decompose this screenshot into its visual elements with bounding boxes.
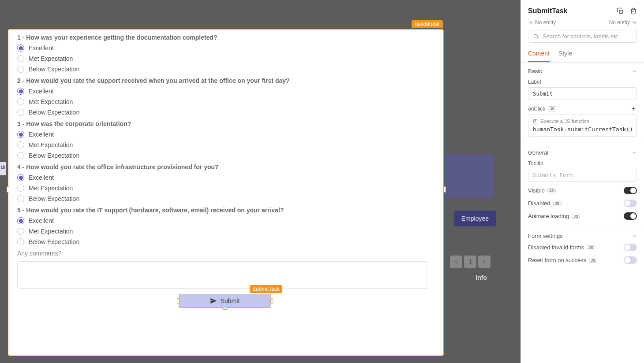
resize-handle-right[interactable] (270, 298, 273, 304)
tooltip-field-label: Tooltip (528, 160, 637, 167)
radio-icon (17, 195, 24, 202)
search-input[interactable] (543, 33, 632, 40)
radio-option[interactable]: Met Expectation (17, 55, 434, 62)
bg-left-fragment: di (0, 162, 6, 175)
js-badge[interactable]: JS (587, 245, 595, 250)
radio-label: Met Expectation (29, 55, 73, 62)
tab-style[interactable]: Style (558, 47, 572, 62)
radio-option[interactable]: Below Expectation (17, 109, 434, 116)
tab-content[interactable]: Content (528, 47, 550, 62)
bg-employee-button: Employee (454, 211, 496, 226)
radio-icon (17, 98, 24, 105)
panel-tabs: Content Style (521, 47, 644, 63)
visible-toggle[interactable] (624, 187, 637, 194)
animate-toggle[interactable] (624, 212, 637, 220)
trash-icon[interactable] (630, 7, 637, 15)
entity-row: No entity No entity (521, 19, 644, 30)
radio-option[interactable]: Met Expectation (17, 141, 434, 148)
chevron-up-icon (632, 150, 637, 156)
entity-left-link[interactable]: No entity (528, 19, 556, 26)
js-badge[interactable]: JS (548, 106, 556, 111)
radio-option[interactable]: Excellent (17, 174, 434, 181)
radio-option[interactable]: Below Expectation (17, 195, 434, 202)
submit-button-label: Submit (221, 297, 240, 304)
resize-handle-bottom[interactable] (222, 307, 228, 310)
search-icon (533, 33, 539, 40)
bg-card (446, 154, 494, 198)
resize-handle-left[interactable] (177, 298, 180, 304)
label-field-label: Label (528, 79, 637, 85)
action-code: humanTask.submitCurrentTask() (533, 126, 632, 133)
section-form-settings: Form settings Disabled invalid forms JS … (521, 227, 644, 271)
radio-icon (17, 55, 24, 62)
radio-option[interactable]: Below Expectation (17, 238, 434, 245)
radio-icon (17, 109, 24, 116)
radio-label: Excellent (29, 131, 54, 138)
copy-icon[interactable] (617, 7, 624, 15)
question-block: 5 - How would you rate the IT support (h… (17, 207, 434, 245)
comments-input[interactable] (17, 261, 427, 289)
radio-icon (17, 141, 24, 148)
disabled-toggle[interactable] (624, 200, 637, 207)
modal-resize-right[interactable] (443, 186, 446, 193)
radio-icon (17, 174, 24, 181)
chevron-up-icon (632, 233, 637, 239)
add-action-button[interactable]: + (630, 105, 637, 112)
bg-page-number: 1 (464, 256, 476, 268)
function-icon (533, 119, 538, 124)
radio-option[interactable]: Excellent (17, 217, 434, 224)
reset-form-label: Reset form on success JS (528, 257, 597, 263)
radio-icon (17, 238, 24, 245)
reset-form-toggle[interactable] (624, 256, 637, 264)
radio-option[interactable]: Met Expectation (17, 228, 434, 235)
bg-info-column: Info (476, 274, 487, 281)
radio-option[interactable]: Excellent (17, 131, 434, 138)
radio-label: Met Expectation (29, 141, 73, 148)
radio-option[interactable]: Below Expectation (17, 152, 434, 159)
invalid-forms-toggle[interactable] (624, 244, 637, 251)
section-general-header[interactable]: General (528, 149, 637, 156)
js-badge[interactable]: JS (589, 258, 597, 263)
label-input[interactable] (528, 87, 637, 100)
task-modal[interactable]: taskModal 1 - How was your experience ge… (8, 21, 445, 358)
radio-option[interactable]: Met Expectation (17, 185, 434, 192)
radio-option[interactable]: Met Expectation (17, 98, 434, 105)
chevron-up-icon (632, 69, 637, 74)
entity-right-link[interactable]: No entity (609, 19, 637, 26)
radio-label: Below Expectation (29, 66, 79, 73)
onclick-action-box[interactable]: Execute a JS function humanTask.submitCu… (528, 115, 637, 137)
radio-icon (17, 228, 24, 235)
js-badge[interactable]: JS (572, 214, 580, 219)
radio-label: Met Expectation (29, 228, 73, 235)
js-badge[interactable]: JS (553, 201, 562, 206)
radio-option[interactable]: Excellent (17, 44, 434, 52)
svg-point-3 (534, 34, 537, 38)
radio-label: Excellent (29, 174, 54, 181)
submit-button[interactable]: Submit (179, 294, 271, 308)
action-header-text: Execute a JS function (540, 119, 589, 124)
section-general: General Tooltip Visible JS Disabled JS A… (521, 144, 644, 227)
bg-next-page (478, 256, 490, 268)
panel-header: SubmitTask (521, 0, 644, 19)
section-basic: Basic Label onClick JS + Execute a JS fu… (521, 63, 644, 144)
radio-option[interactable]: Excellent (17, 88, 434, 95)
panel-search[interactable] (528, 30, 637, 43)
question-title: 5 - How would you rate the IT support (h… (17, 207, 434, 214)
radio-label: Below Expectation (29, 109, 79, 116)
arrow-right-icon (632, 20, 637, 25)
radio-label: Excellent (29, 88, 54, 95)
svg-rect-0 (619, 10, 622, 13)
question-title: 4 - How would you rate the office infras… (17, 163, 434, 170)
question-title: 3 - How was the corporate orientation? (17, 120, 434, 127)
modal-resize-left[interactable] (7, 186, 9, 193)
radio-option[interactable]: Below Expectation (17, 66, 434, 73)
modal-body: 1 - How was your experience getting the … (8, 29, 444, 356)
radio-icon (17, 66, 24, 73)
js-badge[interactable]: JS (547, 188, 556, 193)
svg-line-4 (537, 37, 539, 39)
tooltip-input[interactable] (528, 169, 637, 182)
section-basic-header[interactable]: Basic (528, 68, 637, 74)
section-form-header[interactable]: Form settings (528, 233, 637, 239)
panel-title: SubmitTask (528, 7, 568, 15)
question-block: 1 - How was your experience getting the … (17, 34, 434, 73)
